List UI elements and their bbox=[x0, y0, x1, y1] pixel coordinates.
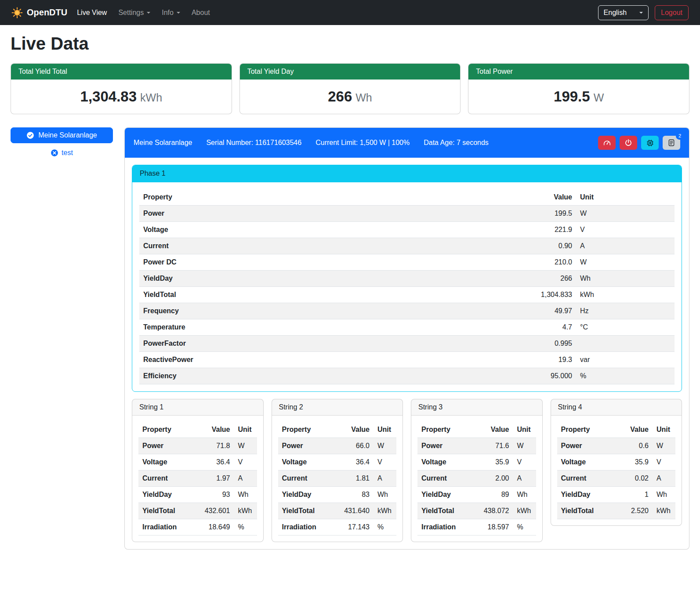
col-unit: Unit bbox=[234, 422, 257, 438]
row-unit: W bbox=[576, 206, 675, 222]
table-row: Irradiation17.143% bbox=[278, 519, 397, 535]
row-property: Irradiation bbox=[138, 519, 201, 535]
row-property: YieldDay bbox=[417, 487, 480, 503]
table-row: YieldDay89Wh bbox=[417, 487, 536, 503]
card-title: Total Yield Total bbox=[11, 64, 232, 80]
card-unit: kWh bbox=[140, 91, 162, 104]
table-row: Temperature4.7°C bbox=[139, 319, 675, 336]
col-value: Value bbox=[480, 422, 513, 438]
row-value: 210.0 bbox=[515, 254, 576, 271]
language-select[interactable]: English bbox=[598, 5, 649, 20]
row-property: Current bbox=[557, 470, 620, 487]
row-unit: var bbox=[576, 352, 675, 368]
row-property: Current bbox=[417, 470, 480, 487]
eventlog-badge: 2 bbox=[676, 132, 684, 140]
table-row: Voltage36.4V bbox=[278, 454, 397, 470]
col-unit: Unit bbox=[653, 422, 675, 438]
inverter-panel-header: Meine Solaranlage Serial Number: 1161716… bbox=[125, 128, 689, 158]
row-value: 1.97 bbox=[201, 470, 234, 487]
nav-info[interactable]: Info bbox=[162, 9, 180, 17]
row-property: Current bbox=[139, 238, 515, 254]
string-1-card: String 1 Property Value Unit bbox=[132, 399, 264, 542]
row-unit: Wh bbox=[513, 487, 536, 503]
row-property: Efficiency bbox=[139, 368, 515, 384]
brand-label: OpenDTU bbox=[27, 7, 67, 18]
card-value: 199.5 bbox=[554, 88, 590, 105]
inverter-tab-test[interactable]: test bbox=[11, 148, 113, 157]
row-property: ReactivePower bbox=[139, 352, 515, 368]
logout-button[interactable]: Logout bbox=[655, 5, 689, 20]
string-card-title: String 2 bbox=[272, 399, 403, 416]
row-value: 95.000 bbox=[515, 368, 576, 384]
row-property: YieldDay bbox=[557, 487, 620, 503]
table-header-row: Property Value Unit bbox=[138, 422, 257, 438]
row-property: YieldDay bbox=[138, 487, 201, 503]
row-unit: % bbox=[234, 519, 257, 535]
row-unit: A bbox=[234, 470, 257, 487]
col-value: Value bbox=[619, 422, 653, 438]
nav-live-view[interactable]: Live View bbox=[77, 9, 107, 17]
nav-settings[interactable]: Settings bbox=[118, 9, 150, 17]
nav-about[interactable]: About bbox=[192, 9, 210, 17]
check-circle-icon bbox=[26, 131, 34, 139]
row-unit: W bbox=[653, 438, 675, 454]
table-row: Frequency49.97Hz bbox=[139, 303, 675, 319]
card-unit: Wh bbox=[355, 91, 372, 104]
brand-link[interactable]: OpenDTU bbox=[11, 7, 67, 18]
row-unit: % bbox=[513, 519, 536, 535]
row-value: 71.8 bbox=[201, 438, 234, 454]
col-unit: Unit bbox=[374, 422, 396, 438]
row-property: Voltage bbox=[557, 454, 620, 470]
speedometer-icon bbox=[603, 139, 611, 147]
row-unit: Wh bbox=[576, 271, 675, 287]
table-row: YieldDay83Wh bbox=[278, 487, 397, 503]
table-header-row: Property Value Unit bbox=[139, 189, 675, 206]
row-value: 221.9 bbox=[515, 222, 576, 238]
row-property: YieldDay bbox=[278, 487, 341, 503]
string-table: Property Value Unit Power71.6W Voltage35… bbox=[417, 422, 536, 535]
row-property: Irradiation bbox=[278, 519, 341, 535]
row-unit: kWh bbox=[234, 503, 257, 519]
row-value: 431.640 bbox=[340, 503, 374, 519]
table-row: YieldDay1Wh bbox=[557, 487, 676, 503]
limit-settings-button[interactable] bbox=[598, 136, 616, 150]
table-row: YieldTotal2.520kWh bbox=[557, 503, 676, 519]
row-value: 0.90 bbox=[515, 238, 576, 254]
table-header-row: Property Value Unit bbox=[557, 422, 676, 438]
eventlog-button[interactable]: 2 bbox=[663, 136, 680, 150]
row-property: Temperature bbox=[139, 319, 515, 336]
power-button[interactable] bbox=[620, 136, 637, 150]
row-property: Current bbox=[138, 470, 201, 487]
row-unit: V bbox=[234, 454, 257, 470]
inverter-sidebar: Meine Solaranlage test bbox=[11, 127, 113, 157]
row-property: Voltage bbox=[417, 454, 480, 470]
row-value: 2.00 bbox=[480, 470, 513, 487]
row-value: 1 bbox=[619, 487, 653, 503]
table-row: Power DC210.0W bbox=[139, 254, 675, 271]
inverter-tab-label: Meine Solaranlage bbox=[38, 131, 97, 139]
row-unit: kWh bbox=[513, 503, 536, 519]
device-info-button[interactable] bbox=[641, 136, 659, 150]
row-value: 89 bbox=[480, 487, 513, 503]
row-unit: kWh bbox=[374, 503, 396, 519]
inverter-tab-meine-solaranlage[interactable]: Meine Solaranlage bbox=[11, 127, 113, 143]
row-unit: W bbox=[576, 254, 675, 271]
row-unit: V bbox=[374, 454, 396, 470]
row-property: Power DC bbox=[139, 254, 515, 271]
string-2-card: String 2 Property Value Unit bbox=[272, 399, 403, 542]
row-value: 36.4 bbox=[340, 454, 374, 470]
table-row: YieldTotal438.072kWh bbox=[417, 503, 536, 519]
table-header-row: Property Value Unit bbox=[417, 422, 536, 438]
row-value: 49.97 bbox=[515, 303, 576, 319]
inverter-limit: Current Limit: 1,500 W | 100% bbox=[316, 139, 410, 147]
phase-card: Phase 1 Property Value Unit bbox=[132, 165, 682, 392]
caret-down-icon bbox=[177, 12, 180, 14]
table-row: Current1.97A bbox=[138, 470, 257, 487]
row-unit: % bbox=[374, 519, 396, 535]
total-power-card: Total Power 199.5W bbox=[468, 63, 689, 114]
row-value: 0.995 bbox=[515, 336, 576, 352]
row-property: Power bbox=[557, 438, 620, 454]
row-unit bbox=[576, 336, 675, 352]
table-row: Irradiation18.597% bbox=[417, 519, 536, 535]
string-card-title: String 3 bbox=[411, 399, 542, 416]
